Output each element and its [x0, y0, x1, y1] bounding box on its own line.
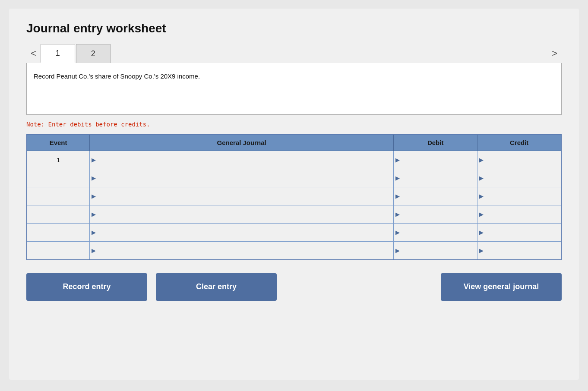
- record-entry-button[interactable]: Record entry: [26, 273, 147, 301]
- event-cell-1: [27, 169, 90, 187]
- gj-arrow-2: ▶: [92, 193, 96, 199]
- general-journal-cell-4[interactable]: ▶: [90, 224, 394, 242]
- credit-input-0[interactable]: [485, 151, 559, 169]
- credit-arrow-2: ▶: [479, 193, 484, 199]
- table-row: ▶▶▶: [27, 169, 561, 187]
- credit-input-5[interactable]: [485, 242, 559, 259]
- credit-arrow-4: ▶: [479, 229, 484, 236]
- credit-input-4[interactable]: [485, 224, 559, 241]
- debit-cell-5[interactable]: ▶: [394, 242, 477, 260]
- credit-arrow-1: ▶: [479, 175, 484, 181]
- header-event: Event: [27, 134, 90, 151]
- tab-1[interactable]: 1: [41, 44, 75, 63]
- clear-entry-button[interactable]: Clear entry: [156, 273, 277, 301]
- debit-arrow-0: ▶: [395, 157, 400, 163]
- gj-arrow-5: ▶: [92, 247, 96, 254]
- general-journal-cell-5[interactable]: ▶: [90, 242, 394, 260]
- event-cell-4: [27, 224, 90, 242]
- debit-arrow-3: ▶: [395, 211, 400, 218]
- table-row: ▶▶▶: [27, 242, 561, 260]
- debit-cell-1[interactable]: ▶: [394, 169, 477, 187]
- debit-arrow-2: ▶: [395, 193, 400, 199]
- credit-cell-3[interactable]: ▶: [477, 205, 561, 224]
- debit-input-3[interactable]: [401, 205, 475, 223]
- debit-input-2[interactable]: [401, 187, 475, 205]
- debit-arrow-1: ▶: [395, 175, 400, 181]
- note-text: Note: Enter debits before credits.: [26, 121, 562, 128]
- table-row: ▶▶▶: [27, 205, 561, 224]
- credit-cell-0[interactable]: ▶: [477, 151, 561, 169]
- credit-arrow-3: ▶: [479, 211, 484, 218]
- credit-cell-2[interactable]: ▶: [477, 187, 561, 205]
- event-cell-3: [27, 205, 90, 224]
- prev-nav-arrow[interactable]: <: [26, 46, 41, 61]
- debit-input-0[interactable]: [401, 151, 475, 169]
- credit-arrow-0: ▶: [479, 157, 484, 163]
- tabs-wrapper: 1 2: [41, 44, 547, 63]
- table-row: ▶▶▶: [27, 187, 561, 205]
- header-credit: Credit: [477, 134, 561, 151]
- table-row: ▶▶▶: [27, 224, 561, 242]
- description-text: Record Peanut Co.'s share of Snoopy Co.'…: [34, 73, 200, 80]
- view-general-journal-button[interactable]: View general journal: [441, 273, 562, 301]
- gj-input-1[interactable]: [98, 169, 392, 187]
- credit-cell-4[interactable]: ▶: [477, 224, 561, 242]
- main-container: Journal entry worksheet < 1 2 > Record P…: [9, 9, 579, 380]
- event-cell-0: 1: [27, 151, 90, 169]
- description-box: Record Peanut Co.'s share of Snoopy Co.'…: [26, 63, 562, 115]
- credit-input-2[interactable]: [485, 187, 559, 205]
- gj-input-3[interactable]: [98, 205, 392, 223]
- journal-table: Event General Journal Debit Credit 1▶▶▶▶…: [26, 134, 562, 260]
- credit-arrow-5: ▶: [479, 247, 484, 254]
- debit-arrow-5: ▶: [395, 247, 400, 254]
- gj-arrow-4: ▶: [92, 229, 96, 236]
- credit-input-1[interactable]: [485, 169, 559, 187]
- next-nav-arrow[interactable]: >: [547, 46, 562, 61]
- debit-input-5[interactable]: [401, 242, 475, 259]
- credit-input-3[interactable]: [485, 205, 559, 223]
- debit-cell-3[interactable]: ▶: [394, 205, 477, 224]
- debit-input-1[interactable]: [401, 169, 475, 187]
- gj-input-4[interactable]: [98, 224, 392, 241]
- debit-cell-2[interactable]: ▶: [394, 187, 477, 205]
- debit-input-4[interactable]: [401, 224, 475, 241]
- tab-2[interactable]: 2: [76, 44, 111, 63]
- gj-arrow-1: ▶: [92, 175, 96, 181]
- header-debit: Debit: [394, 134, 477, 151]
- general-journal-cell-0[interactable]: ▶: [90, 151, 394, 169]
- event-cell-2: [27, 187, 90, 205]
- debit-cell-4[interactable]: ▶: [394, 224, 477, 242]
- gj-input-2[interactable]: [98, 187, 392, 205]
- credit-cell-5[interactable]: ▶: [477, 242, 561, 260]
- gj-arrow-0: ▶: [92, 157, 96, 163]
- gj-input-5[interactable]: [98, 242, 392, 259]
- general-journal-cell-2[interactable]: ▶: [90, 187, 394, 205]
- general-journal-cell-1[interactable]: ▶: [90, 169, 394, 187]
- page-title: Journal entry worksheet: [26, 22, 562, 35]
- general-journal-cell-3[interactable]: ▶: [90, 205, 394, 224]
- header-general-journal: General Journal: [90, 134, 394, 151]
- table-row: 1▶▶▶: [27, 151, 561, 169]
- buttons-row: Record entry Clear entry View general jo…: [26, 273, 562, 301]
- credit-cell-1[interactable]: ▶: [477, 169, 561, 187]
- event-cell-5: [27, 242, 90, 260]
- gj-arrow-3: ▶: [92, 211, 96, 218]
- debit-cell-0[interactable]: ▶: [394, 151, 477, 169]
- debit-arrow-4: ▶: [395, 229, 400, 236]
- gj-input-0[interactable]: [98, 151, 392, 169]
